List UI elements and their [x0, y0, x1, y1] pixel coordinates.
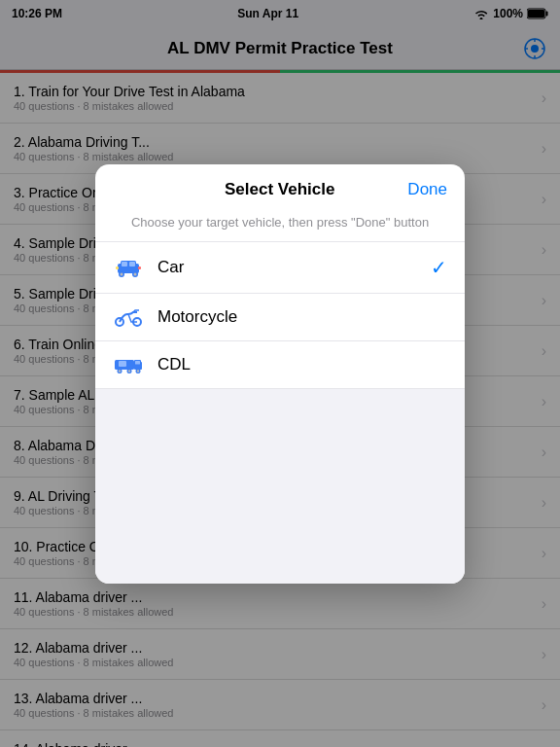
svg-rect-22 [119, 361, 126, 367]
svg-point-31 [137, 370, 139, 372]
cdl-option[interactable]: CDL [95, 341, 465, 389]
modal-overlay: Select Vehicle Done Choose your target v… [0, 0, 560, 747]
motorcycle-icon [113, 307, 144, 327]
svg-point-27 [119, 370, 121, 372]
svg-point-14 [121, 272, 123, 275]
modal-header: Select Vehicle Done [95, 164, 465, 209]
car-icon [113, 258, 144, 277]
done-button[interactable]: Done [407, 180, 447, 199]
car-check: ✓ [431, 256, 447, 279]
svg-rect-25 [135, 361, 140, 365]
svg-rect-11 [122, 262, 127, 267]
svg-point-29 [128, 370, 130, 372]
svg-rect-12 [129, 262, 135, 267]
svg-point-16 [134, 272, 137, 275]
svg-rect-18 [138, 267, 141, 269]
cdl-icon [113, 355, 144, 374]
modal-title: Select Vehicle [152, 180, 407, 199]
modal-subtitle: Choose your target vehicle, then press "… [95, 209, 465, 242]
svg-rect-17 [116, 267, 119, 269]
cdl-label: CDL [158, 355, 447, 374]
car-option[interactable]: Car ✓ [95, 242, 465, 294]
modal-empty-area [95, 389, 465, 584]
motorcycle-option[interactable]: Motorcycle [95, 294, 465, 341]
car-label: Car [158, 258, 431, 277]
select-vehicle-modal: Select Vehicle Done Choose your target v… [95, 164, 465, 584]
motorcycle-label: Motorcycle [158, 307, 447, 327]
